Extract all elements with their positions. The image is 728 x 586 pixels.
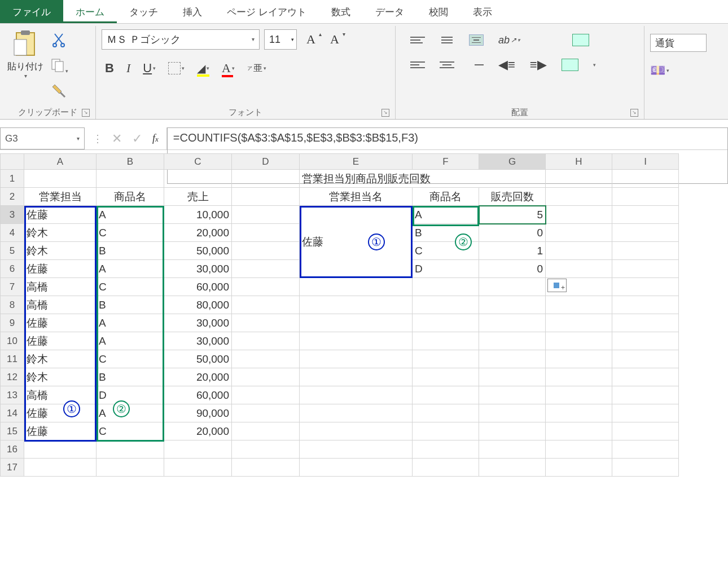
merge-cells-button[interactable]	[562, 59, 578, 71]
cell[interactable]: 佐藤	[24, 260, 97, 278]
cell[interactable]: D	[97, 386, 164, 404]
wrap-text-button[interactable]	[572, 34, 589, 46]
cell[interactable]: 高橋	[24, 296, 97, 314]
cell[interactable]: A	[97, 206, 164, 224]
row-header[interactable]: 8	[1, 296, 24, 314]
enter-formula-button[interactable]: ✓	[132, 131, 142, 146]
cell[interactable]: 20,000	[164, 224, 232, 242]
col-header-E[interactable]: E	[300, 154, 413, 170]
col-header-C[interactable]: C	[164, 154, 232, 170]
fill-color-button[interactable]: ◢▾	[197, 61, 209, 75]
row-header[interactable]: 3	[1, 206, 24, 224]
underline-button[interactable]: U▾	[143, 61, 156, 76]
row-header[interactable]: 14	[1, 404, 24, 422]
row-header[interactable]: 7	[1, 278, 24, 296]
cell[interactable]: 60,000	[164, 278, 232, 296]
align-center-button[interactable]	[440, 59, 454, 71]
cell[interactable]: 60,000	[164, 386, 232, 404]
col-header-G[interactable]: G	[479, 154, 546, 170]
row-header[interactable]: 6	[1, 260, 24, 278]
cell[interactable]: 高橋	[24, 386, 97, 404]
number-format-select[interactable]: 通貨	[650, 34, 707, 52]
tab-view[interactable]: 表示	[461, 0, 505, 23]
cell[interactable]: 30,000	[164, 260, 232, 278]
row-header[interactable]: 16	[1, 440, 24, 459]
align-bottom-button[interactable]	[469, 34, 484, 46]
decrease-indent-button[interactable]: ◀≡	[498, 58, 515, 72]
select-all-corner[interactable]	[1, 154, 24, 170]
cell[interactable]: 50,000	[164, 242, 232, 260]
cell-E2[interactable]: 営業担当名	[300, 188, 413, 206]
cell[interactable]: 鈴木	[24, 368, 97, 386]
col-header-B[interactable]: B	[97, 154, 164, 170]
cell[interactable]: C	[97, 224, 164, 242]
cancel-formula-button[interactable]: ✕	[112, 131, 122, 146]
font-size-select[interactable]: 11▾	[264, 29, 297, 50]
cell-B2[interactable]: 商品名	[97, 188, 164, 206]
cell[interactable]: 0	[479, 260, 546, 278]
cell[interactable]: B	[97, 368, 164, 386]
decrease-font-size-button[interactable]: A	[325, 32, 344, 47]
cell[interactable]: 佐藤	[24, 206, 97, 224]
paste-button[interactable]: 貼り付け ▾	[6, 29, 45, 79]
row-header[interactable]: 9	[1, 314, 24, 332]
accounting-format-button[interactable]: 💷▾	[650, 63, 707, 78]
cell[interactable]: 佐藤	[24, 404, 97, 422]
cell[interactable]: A	[97, 332, 164, 350]
col-header-F[interactable]: F	[413, 154, 479, 170]
cell[interactable]: 鈴木	[24, 350, 97, 368]
copy-button[interactable]: ▾	[50, 57, 68, 74]
cell[interactable]: 30,000	[164, 314, 232, 332]
tab-home[interactable]: ホーム	[63, 0, 117, 23]
row-header[interactable]: 15	[1, 422, 24, 440]
cell-A2[interactable]: 営業担当	[24, 188, 97, 206]
tab-file[interactable]: ファイル	[0, 0, 63, 23]
increase-indent-button[interactable]: ≡▶	[530, 58, 547, 72]
clipboard-dialog-launcher[interactable]: ↘	[82, 109, 90, 117]
formula-bar-expand-icon[interactable]: ⋮	[93, 133, 102, 145]
align-right-button[interactable]	[469, 59, 484, 71]
worksheet-grid[interactable]: A B C D E F G H I 1営業担当別商品別販売回数 2 営業担当 商…	[0, 153, 728, 477]
phonetic-button[interactable]: ア亜▾	[247, 64, 266, 73]
cell[interactable]: C	[97, 350, 164, 368]
font-color-button[interactable]: A▾	[222, 61, 235, 76]
increase-font-size-button[interactable]: A	[301, 32, 321, 47]
col-header-I[interactable]: I	[612, 154, 679, 170]
cell[interactable]: 50,000	[164, 350, 232, 368]
cell[interactable]: B	[413, 224, 479, 242]
cell[interactable]: C	[97, 422, 164, 440]
insert-function-button[interactable]: fx	[152, 133, 159, 144]
auto-fill-options-button[interactable]: +	[547, 279, 567, 292]
col-header-A[interactable]: A	[24, 154, 97, 170]
cell[interactable]: A	[97, 260, 164, 278]
row-header[interactable]: 12	[1, 368, 24, 386]
cell[interactable]: B	[97, 296, 164, 314]
cell-G3-selected[interactable]: 5	[479, 206, 546, 224]
row-header[interactable]: 10	[1, 332, 24, 350]
col-header-H[interactable]: H	[546, 154, 612, 170]
tab-touch[interactable]: タッチ	[117, 0, 170, 23]
cell[interactable]: 鈴木	[24, 242, 97, 260]
cell[interactable]: 20,000	[164, 422, 232, 440]
cell[interactable]: 30,000	[164, 332, 232, 350]
cell[interactable]: 10,000	[164, 206, 232, 224]
cut-button[interactable]	[51, 32, 67, 49]
row-header[interactable]: 5	[1, 242, 24, 260]
align-left-button[interactable]	[410, 59, 425, 71]
tab-data[interactable]: データ	[363, 0, 416, 23]
col-header-D[interactable]: D	[232, 154, 300, 170]
row-header[interactable]: 11	[1, 350, 24, 368]
cell-E1[interactable]: 営業担当別商品別販売回数	[300, 170, 546, 188]
cell[interactable]: 佐藤	[24, 422, 97, 440]
cell-F2[interactable]: 商品名	[413, 188, 479, 206]
row-header[interactable]: 13	[1, 386, 24, 404]
tab-page-layout[interactable]: ページ レイアウト	[214, 0, 319, 23]
cell[interactable]: 80,000	[164, 296, 232, 314]
row-header[interactable]: 1	[1, 170, 24, 188]
cell-E3[interactable]: 佐藤	[300, 206, 413, 278]
cell[interactable]: 高橋	[24, 278, 97, 296]
cell[interactable]: 佐藤	[24, 332, 97, 350]
cell-G2[interactable]: 販売回数	[479, 188, 546, 206]
cell[interactable]: 鈴木	[24, 224, 97, 242]
cell[interactable]: 0	[479, 224, 546, 242]
